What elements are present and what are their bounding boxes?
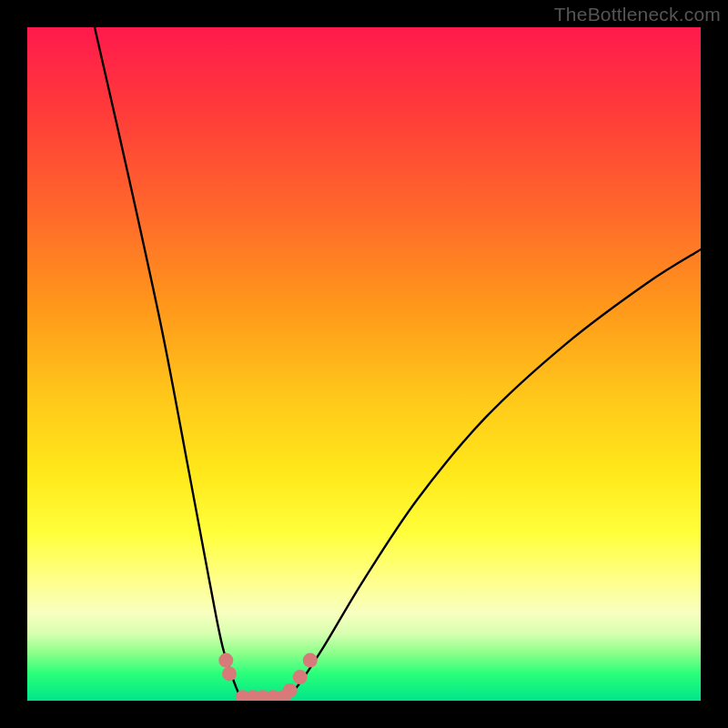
curve-left-path [95,27,243,701]
plot-area [27,27,701,701]
curve-right-path [283,249,701,701]
marker-dot [303,653,318,668]
marker-dot [283,683,298,698]
bottleneck-curve [95,27,701,701]
chart-frame: TheBottleneck.com [0,0,728,728]
marker-dot [293,670,308,684]
curve-svg [27,27,701,701]
watermark-text: TheBottleneck.com [554,4,721,25]
marker-dot [218,653,233,668]
marker-dot [222,666,237,681]
dip-markers [218,653,317,701]
